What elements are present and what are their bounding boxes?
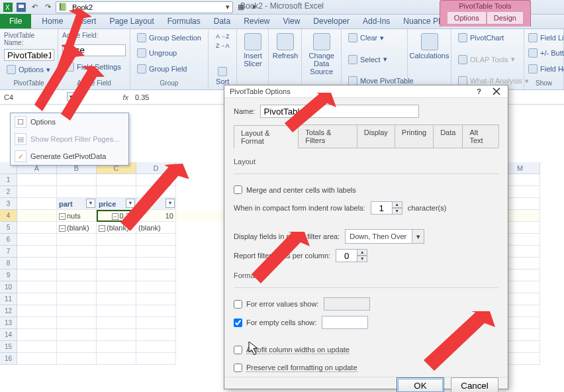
redo-icon[interactable]: ↷ [42, 2, 53, 13]
autofit-checkbox[interactable]: Autofit column widths on update [234, 346, 498, 354]
dtab-display[interactable]: Display [357, 124, 395, 148]
clear-button[interactable]: Clear▾ [346, 32, 403, 44]
row-header[interactable]: 15 [0, 341, 17, 353]
pivotchart-button[interactable]: PivotChart [455, 32, 520, 44]
empty-cells-input[interactable] [322, 316, 368, 329]
cell[interactable]: −(blank) [97, 222, 136, 234]
file-tab[interactable]: File [0, 14, 31, 28]
row-header[interactable]: 4 [0, 210, 17, 222]
dtab-printing[interactable]: Printing [395, 124, 434, 148]
spin-up-icon[interactable]: ▲ [392, 201, 402, 208]
filter-icon[interactable]: ▾ [86, 199, 95, 208]
row-header[interactable]: 10 [0, 281, 17, 293]
tab-formulas[interactable]: Formulas [161, 14, 207, 28]
ok-button[interactable]: OK [397, 377, 444, 392]
spin-down-icon[interactable]: ▼ [357, 256, 367, 262]
options-button[interactable]: Options▾ [4, 64, 54, 75]
workbook-switcher[interactable]: 📗 ▾ [56, 1, 233, 13]
row-header[interactable]: 8 [0, 258, 17, 270]
cancel-button[interactable]: Cancel [451, 377, 498, 392]
spin-down-icon[interactable]: ▼ [392, 208, 402, 215]
dtab-layout-format[interactable]: Layout & Format [234, 125, 299, 148]
row-header[interactable]: 9 [0, 270, 17, 281]
dropdown-options[interactable]: ☐Options [11, 113, 128, 130]
tab-developer[interactable]: Developer [306, 14, 356, 28]
filter-icon[interactable]: ▾ [126, 199, 135, 208]
row-header[interactable]: 11 [0, 293, 17, 305]
sort-az-button[interactable]: A→ZZ→A [213, 32, 232, 50]
cell[interactable]: −(blank) [57, 222, 97, 234]
row-header[interactable]: 5 [0, 222, 17, 234]
chevron-down-icon[interactable]: ▾ [67, 92, 76, 101]
row-header[interactable]: 7 [0, 246, 17, 258]
field-settings-button[interactable]: Field Settings [62, 61, 126, 73]
tab-data[interactable]: Data [207, 14, 237, 28]
tab-addins[interactable]: Add-Ins [356, 14, 397, 28]
row-header[interactable]: 1 [0, 174, 17, 186]
change-data-source-button[interactable]: Change Data Source [306, 32, 337, 77]
display-fields-select[interactable]: Down, Then Over▾ [345, 229, 424, 244]
collapse-icon[interactable]: − [99, 225, 105, 232]
cell[interactable]: −nuts [57, 210, 97, 222]
preserve-format-checkbox[interactable]: Preserve cell formatting on update [234, 364, 498, 372]
active-field-input[interactable] [62, 44, 126, 56]
row-header[interactable]: 12 [0, 305, 17, 317]
row-header[interactable]: 14 [0, 329, 17, 341]
filter-icon[interactable]: ▾ [165, 199, 175, 208]
pivot-header-part[interactable]: part▾ [57, 198, 97, 210]
col-header[interactable]: D [136, 162, 176, 174]
row-header[interactable]: 16 [0, 353, 17, 365]
collapse-icon[interactable]: − [59, 213, 66, 220]
name-box[interactable]: C4▾ [0, 90, 78, 104]
tab-page-layout[interactable]: Page Layout [103, 14, 160, 28]
merge-center-checkbox[interactable]: Merge and center cells with labels [234, 185, 498, 194]
plus-minus-button[interactable]: +/- Buttons [526, 47, 562, 59]
indent-spinner[interactable]: ▲▼ [371, 201, 402, 215]
empty-cells-checkbox[interactable]: For empty cells show: [234, 318, 316, 327]
tab-insert[interactable]: Insert [70, 14, 103, 28]
spin-up-icon[interactable]: ▲ [357, 249, 367, 256]
tab-review[interactable]: Review [237, 14, 276, 28]
pivot-name-input[interactable] [260, 105, 419, 118]
grid-icon[interactable]: ▦ [236, 2, 246, 13]
cell[interactable]: 10 [136, 210, 176, 222]
collapse-icon[interactable]: − [112, 213, 118, 220]
help-icon[interactable]: ? [477, 87, 481, 95]
save-icon[interactable] [16, 2, 26, 13]
dtab-alttext[interactable]: Alt Text [462, 124, 499, 148]
row-header[interactable]: 2 [0, 186, 17, 198]
report-per-col-spinner[interactable]: ▲▼ [336, 249, 367, 262]
undo-icon[interactable]: ↶ [29, 2, 40, 13]
dropdown-getpivotdata[interactable]: ✓Generate GetPivotData [11, 148, 128, 165]
tab-design[interactable]: Design [487, 11, 524, 24]
refresh-button[interactable]: Refresh [273, 32, 297, 61]
pivottable-name-input[interactable] [4, 49, 54, 61]
fx-icon[interactable]: fx [122, 93, 128, 101]
collapse-icon[interactable]: − [59, 225, 66, 232]
dropdown-icon[interactable]: ▾ [249, 2, 259, 13]
row-header[interactable]: 3 [0, 198, 17, 210]
ungroup-button[interactable]: Ungroup [134, 47, 204, 59]
dtab-data[interactable]: Data [433, 124, 463, 148]
field-list-button[interactable]: Field List [526, 32, 562, 44]
chevron-down-icon[interactable]: ▾ [226, 3, 230, 11]
group-selection-button[interactable]: Group Selection [134, 32, 204, 44]
group-field-button[interactable]: Group Field [134, 63, 204, 75]
cell[interactable]: (blank) [136, 222, 176, 234]
error-values-checkbox[interactable]: For error values show: [234, 300, 318, 309]
pivot-header-price[interactable]: price▾ [97, 198, 136, 210]
pivot-header-qty[interactable]: qty▾ [136, 198, 176, 210]
workbook-name-input[interactable] [71, 3, 223, 12]
tab-options[interactable]: Options [447, 11, 487, 24]
field-headers-button[interactable]: Field Headers [526, 63, 562, 75]
active-cell[interactable]: −0.35 [97, 210, 136, 222]
select-button[interactable]: Select▾ [346, 54, 403, 66]
row-header[interactable]: 6 [0, 234, 17, 246]
chevron-down-icon[interactable]: ▾ [412, 230, 424, 243]
sort-button[interactable]: Sort [213, 66, 232, 87]
row-header[interactable]: 13 [0, 317, 17, 329]
insert-slicer-button[interactable]: Insert Slicer [241, 32, 264, 69]
tab-home[interactable]: Home [35, 14, 70, 28]
calculations-button[interactable]: Calculations [412, 32, 447, 61]
tab-view[interactable]: View [277, 14, 307, 28]
